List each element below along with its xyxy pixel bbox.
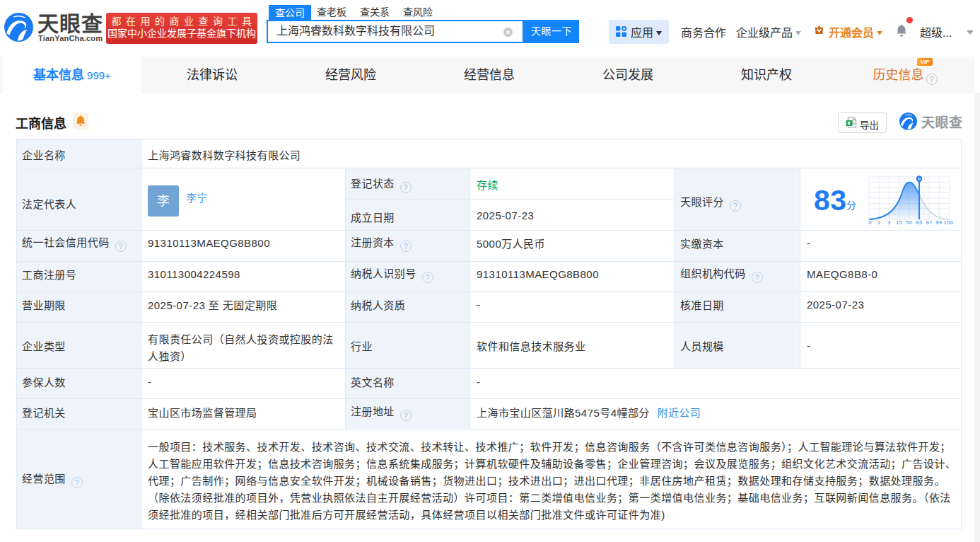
svg-text:99: 99 <box>935 219 942 226</box>
svg-text:97: 97 <box>926 219 933 226</box>
svg-text:85: 85 <box>916 219 922 226</box>
svg-text:50: 50 <box>906 219 912 226</box>
svg-text:15: 15 <box>896 219 902 226</box>
svg-text:1: 1 <box>877 219 881 226</box>
svg-text:3: 3 <box>887 219 891 226</box>
svg-text:100: 100 <box>943 219 953 226</box>
svg-text:0: 0 <box>868 219 872 226</box>
